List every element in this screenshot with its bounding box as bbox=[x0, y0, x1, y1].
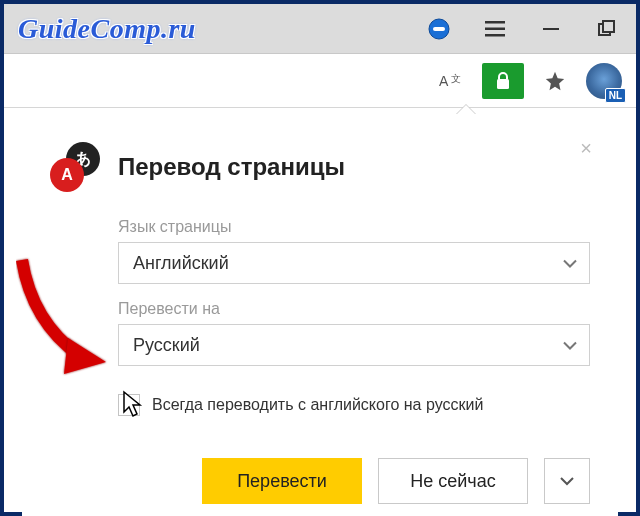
chevron-down-icon bbox=[563, 335, 577, 356]
chevron-down-icon bbox=[560, 476, 574, 486]
brand-logo: GuideComp.ru bbox=[18, 13, 196, 45]
chevron-down-icon bbox=[563, 253, 577, 274]
security-lock-icon[interactable] bbox=[482, 63, 524, 99]
maximize-button[interactable] bbox=[592, 14, 622, 44]
svg-rect-5 bbox=[543, 28, 559, 30]
target-language-value: Русский bbox=[133, 335, 200, 356]
translate-button[interactable]: Перевести bbox=[202, 458, 362, 504]
translate-logo-icon: あ А bbox=[50, 142, 100, 192]
popover-title: Перевод страницы bbox=[118, 153, 345, 181]
target-language-select[interactable]: Русский bbox=[118, 324, 590, 366]
translate-popover: × あ А Перевод страницы Язык страницы Анг… bbox=[22, 114, 618, 516]
toolbar: A文 NL bbox=[4, 54, 636, 108]
target-language-group: Перевести на Русский bbox=[118, 300, 590, 366]
source-language-group: Язык страницы Английский bbox=[118, 218, 590, 284]
bookmark-star-icon[interactable] bbox=[534, 64, 576, 98]
translate-icon[interactable]: A文 bbox=[430, 64, 472, 98]
always-translate-checkbox[interactable] bbox=[118, 394, 140, 416]
button-row: Перевести Не сейчас bbox=[118, 458, 590, 504]
svg-rect-4 bbox=[485, 34, 505, 37]
popover-header: あ А Перевод страницы bbox=[50, 142, 590, 192]
target-language-label: Перевести на bbox=[118, 300, 590, 318]
always-translate-label: Всегда переводить с английского на русск… bbox=[152, 396, 483, 414]
minimize-button[interactable] bbox=[536, 14, 566, 44]
menu-icon[interactable] bbox=[480, 14, 510, 44]
window-controls bbox=[424, 14, 622, 44]
svg-rect-1 bbox=[433, 27, 445, 31]
source-language-select[interactable]: Английский bbox=[118, 242, 590, 284]
translate-logo-glyph-2: А bbox=[50, 158, 84, 192]
titlebar: GuideComp.ru bbox=[4, 4, 636, 54]
svg-rect-7 bbox=[603, 21, 614, 32]
svg-text:A: A bbox=[439, 73, 449, 89]
svg-rect-3 bbox=[485, 27, 505, 30]
more-options-button[interactable] bbox=[544, 458, 590, 504]
source-language-label: Язык страницы bbox=[118, 218, 590, 236]
svg-rect-2 bbox=[485, 21, 505, 24]
svg-rect-10 bbox=[497, 79, 509, 89]
svg-text:文: 文 bbox=[451, 73, 461, 84]
extension-badge-label: NL bbox=[605, 88, 626, 103]
extension-globe-icon[interactable]: NL bbox=[586, 63, 622, 99]
close-icon[interactable]: × bbox=[580, 138, 592, 158]
always-translate-row: Всегда переводить с английского на русск… bbox=[118, 394, 590, 416]
app-window: GuideComp.ru A文 NL bbox=[0, 0, 640, 516]
not-now-button[interactable]: Не сейчас bbox=[378, 458, 528, 504]
blue-circle-icon[interactable] bbox=[424, 14, 454, 44]
source-language-value: Английский bbox=[133, 253, 229, 274]
